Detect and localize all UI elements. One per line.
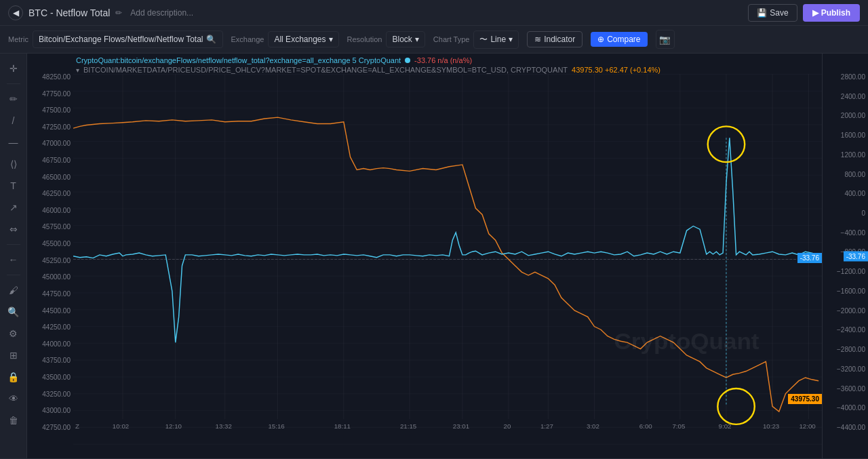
compare-button[interactable]: ⊕ Compare — [591, 32, 647, 47]
save-button[interactable]: 💾 Save — [748, 4, 797, 22]
indicator-button[interactable]: ≋ Indicator — [527, 31, 583, 47]
zoom-tool[interactable]: 🔍 — [4, 302, 23, 321]
y-right-label: 0 — [823, 210, 868, 217]
netflow-right-badge: -33.76 — [844, 251, 868, 261]
left-toolbar: ✛ ✏ / — ⟨⟩ T ↗ ⇔ ← 🖌 🔍 ⚙ ⊞ 🔒 👁 🗑 — [0, 54, 27, 458]
main-area: ✛ ✏ / — ⟨⟩ T ↗ ⇔ ← 🖌 🔍 ⚙ ⊞ 🔒 👁 🗑 48250.0… — [0, 54, 868, 458]
search-icon[interactable]: 🔍 — [206, 34, 217, 45]
y-left-label: 47000.00 — [27, 140, 73, 147]
back-button[interactable]: ◀ — [8, 5, 23, 20]
top-bar-left: ◀ BTC - Netflow Total ✏ Add description.… — [8, 5, 193, 20]
y-right-label: −3600.00 — [823, 386, 868, 393]
y-left-label: 46750.00 — [27, 157, 73, 164]
svg-text:12:00: 12:00 — [799, 423, 815, 431]
chevron-down-icon: ▾ — [329, 35, 333, 44]
y-left-label: 45000.00 — [27, 274, 73, 281]
exchange-group: Exchange All Exchanges ▾ — [231, 31, 339, 47]
lock-tool[interactable]: 🔒 — [4, 367, 23, 386]
channel-tool[interactable]: ⟨⟩ — [4, 155, 23, 174]
y-right-label: −3200.00 — [823, 366, 868, 373]
y-right-label: −1600.00 — [823, 288, 868, 295]
exchange-select[interactable]: All Exchanges ▾ — [268, 31, 338, 47]
save-label: Save — [770, 8, 788, 18]
svg-text:1:27: 1:27 — [540, 423, 553, 431]
svg-text:12:10: 12:10 — [165, 423, 182, 431]
camera-icon: 📷 — [659, 35, 671, 45]
metric-label: Metric — [8, 35, 28, 43]
indicator-label: Indicator — [544, 35, 575, 44]
y-right-label: 2400.00 — [823, 94, 868, 100]
chart-type-select[interactable]: 〜 Line ▾ — [473, 31, 519, 49]
toolbar-divider3 — [7, 275, 20, 275]
svg-text:CryptoQuant: CryptoQuant — [614, 328, 760, 353]
arrow-down-icon: ▾ — [76, 66, 79, 74]
back-nav[interactable]: ← — [4, 250, 23, 269]
settings-tool[interactable]: ⚙ — [4, 324, 23, 343]
y-right-label: −2400.00 — [823, 327, 868, 334]
netflow-value: -33.76 n/a (n/a%) — [414, 56, 472, 64]
toolbar-divider — [7, 83, 20, 84]
metric-value: Bitcoin/Exchange Flows/Netflow/Netflow T… — [39, 35, 203, 44]
compare-icon: ⊕ — [597, 35, 604, 44]
chart-type-group: Chart Type 〜 Line ▾ — [433, 31, 519, 49]
eye-tool[interactable]: 👁 — [4, 389, 23, 408]
y-left-label: 43250.00 — [27, 391, 73, 398]
metric-group: Metric Bitcoin/Exchange Flows/Netflow/Ne… — [8, 31, 223, 48]
svg-text:18:11: 18:11 — [334, 423, 351, 431]
svg-text:3:02: 3:02 — [587, 423, 599, 431]
resolution-value: Block — [392, 35, 412, 44]
y-left-label: 45750.00 — [27, 224, 73, 231]
exchange-value: All Exchanges — [274, 35, 326, 44]
y-left-label: 48250.00 — [27, 74, 73, 81]
resolution-select[interactable]: Block ▾ — [386, 31, 425, 47]
screenshot-button[interactable]: 📷 — [656, 30, 675, 49]
chart-title: BTC - Netflow Total — [28, 7, 110, 18]
measure-tool[interactable]: ⇔ — [4, 220, 23, 239]
compare-label: Compare — [607, 35, 640, 44]
y-left-label: 46250.00 — [27, 191, 73, 197]
publish-label: Publish — [821, 8, 850, 18]
text-tool[interactable]: T — [4, 176, 23, 195]
publish-icon: ▶ — [812, 8, 818, 18]
y-left-label: 43750.00 — [27, 357, 73, 364]
top-bar-right: 💾 Save ▶ Publish — [748, 4, 860, 22]
price-badge: 43975.30 — [788, 394, 822, 404]
y-axis-right: 2800.00 2400.00 2000.00 1600.00 1200.00 … — [822, 54, 868, 458]
svg-text:20: 20 — [504, 423, 511, 431]
price-value: 43975.30 +62.47 (+0.14%) — [572, 66, 660, 74]
top-bar: ◀ BTC - Netflow Total ✏ Add description.… — [0, 0, 868, 26]
svg-text:21:15: 21:15 — [400, 423, 416, 431]
trash-tool[interactable]: 🗑 — [4, 411, 23, 430]
back-icon: ◀ — [13, 8, 19, 18]
horizontal-tool[interactable]: — — [4, 133, 23, 152]
svg-text:13:32: 13:32 — [216, 423, 232, 431]
y-left-label: 44250.00 — [27, 324, 73, 331]
netflow-badge: -33.76 — [797, 253, 822, 263]
layer-tool[interactable]: ⊞ — [4, 346, 23, 365]
svg-text:9:02: 9:02 — [719, 423, 732, 431]
y-right-label: 800.00 — [823, 172, 868, 178]
publish-button[interactable]: ▶ Publish — [803, 4, 860, 22]
chart-info-line2: ▾ BITCOIN/MARKETDATA/PRICEUSD/PRICE_OHLC… — [76, 66, 802, 74]
resolution-group: Resolution Block ▾ — [347, 31, 425, 47]
pencil-tool[interactable]: ✏ — [4, 89, 23, 108]
add-description[interactable]: Add description... — [130, 8, 193, 18]
y-left-label: 47750.00 — [27, 91, 73, 98]
line-icon: 〜 — [479, 34, 488, 45]
resolution-label: Resolution — [347, 35, 382, 43]
exchange-label: Exchange — [231, 35, 264, 43]
edit-icon[interactable]: ✏ — [115, 8, 122, 18]
arrow-tool[interactable]: ↗ — [4, 198, 23, 217]
brush-tool[interactable]: 🖌 — [4, 281, 23, 300]
y-axis-left: 48250.00 47750.00 47500.00 47250.00 4700… — [27, 54, 73, 458]
toolbar-row: Metric Bitcoin/Exchange Flows/Netflow/Ne… — [0, 26, 868, 54]
y-right-label: −2800.00 — [823, 346, 868, 353]
y-right-label: −1200.00 — [823, 268, 868, 275]
metric-select[interactable]: Bitcoin/Exchange Flows/Netflow/Netflow T… — [33, 31, 223, 48]
svg-text:10:23: 10:23 — [763, 423, 779, 431]
chart-svg: CryptoQuant 10:02 12:10 13:32 15:16 18:1… — [73, 74, 822, 445]
y-left-label: 44750.00 — [27, 291, 73, 298]
y-right-label: −400.00 — [823, 230, 868, 237]
line-tool[interactable]: / — [4, 111, 23, 130]
crosshair-tool[interactable]: ✛ — [4, 59, 23, 78]
